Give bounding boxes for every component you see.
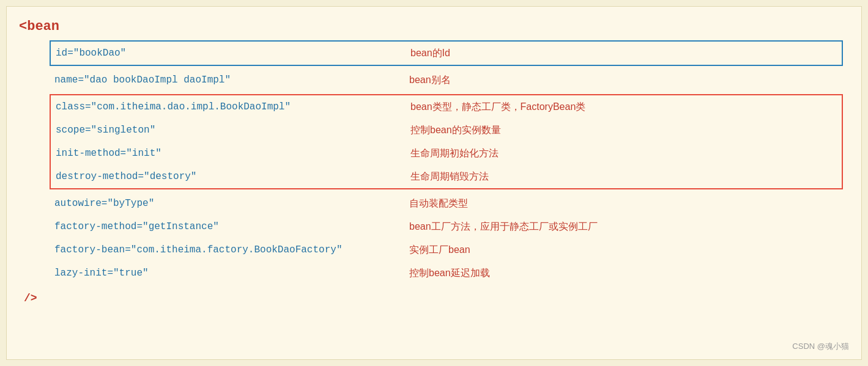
watermark: CSDN @魂小猫 (792, 341, 849, 352)
attr-lazy-init-code: lazy-init="true" (54, 268, 409, 279)
attr-lazy-init-desc: 控制bean延迟加载 (409, 267, 838, 280)
attr-destroy-method-desc: 生命周期销毁方法 (410, 170, 837, 183)
attr-name-desc: bean别名 (409, 74, 838, 87)
main-container: <bean id="bookDao" bean的Id name="dao boo… (6, 6, 862, 360)
attr-scope-desc: 控制bean的实例数量 (410, 124, 837, 137)
bean-opening-tag: <bean (19, 19, 843, 34)
row-autowire: autowire="byType" 自动装配类型 (50, 192, 843, 215)
row-scope: scope="singleton" 控制bean的实例数量 (51, 119, 842, 142)
row-id: id="bookDao" bean的Id (51, 42, 842, 65)
attr-factory-bean-desc: 实例工厂bean (409, 244, 838, 257)
attr-init-method-desc: 生命周期初始化方法 (410, 147, 837, 160)
attributes-area: id="bookDao" bean的Id name="dao bookDaoIm… (19, 40, 843, 285)
row-factory-bean: factory-bean="com.itheima.factory.BookDa… (50, 238, 843, 262)
row-lazy-init: lazy-init="true" 控制bean延迟加载 (50, 262, 843, 285)
attr-id-code: id="bookDao" (56, 48, 410, 59)
attr-init-method-code: init-method="init" (56, 148, 410, 159)
row-destroy-method: destroy-method="destory" 生命周期销毁方法 (51, 165, 842, 188)
attr-id-desc: bean的Id (410, 47, 837, 60)
group-lifecycle: class="com.itheima.dao.impl.BookDaoImpl"… (50, 94, 843, 189)
attr-class-code: class="com.itheima.dao.impl.BookDaoImpl" (56, 101, 410, 112)
attr-class-desc: bean类型，静态工厂类，FactoryBean类 (410, 101, 837, 114)
attr-autowire-desc: 自动装配类型 (409, 197, 838, 210)
row-factory-method: factory-method="getInstance" bean工厂方法，应用… (50, 215, 843, 238)
bean-closing-tag: /> (19, 287, 843, 309)
group-name: name="dao bookDaoImpl daoImpl" bean别名 (50, 68, 843, 92)
attr-destroy-method-code: destroy-method="destory" (56, 171, 410, 182)
row-name: name="dao bookDaoImpl daoImpl" bean别名 (50, 68, 843, 92)
attr-autowire-code: autowire="byType" (54, 198, 409, 209)
attr-scope-code: scope="singleton" (56, 125, 410, 136)
row-init-method: init-method="init" 生命周期初始化方法 (51, 142, 842, 165)
attr-factory-method-code: factory-method="getInstance" (54, 221, 409, 232)
attr-name-code: name="dao bookDaoImpl daoImpl" (54, 75, 409, 86)
row-class: class="com.itheima.dao.impl.BookDaoImpl"… (51, 95, 842, 119)
attr-factory-method-desc: bean工厂方法，应用于静态工厂或实例工厂 (409, 221, 838, 233)
group-id: id="bookDao" bean的Id (50, 40, 843, 66)
attr-factory-bean-code: factory-bean="com.itheima.factory.BookDa… (54, 244, 409, 255)
group-factory: autowire="byType" 自动装配类型 factory-method=… (50, 192, 843, 285)
